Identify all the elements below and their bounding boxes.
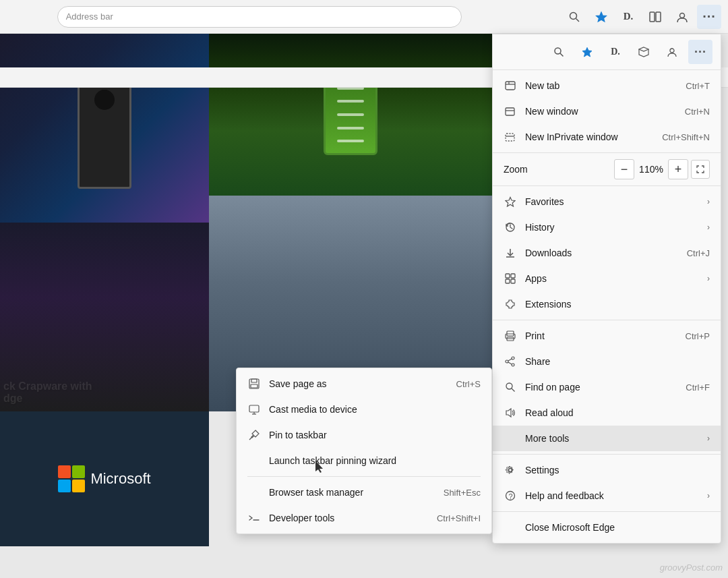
help-arrow: › <box>707 491 710 500</box>
search-icon-btn[interactable] <box>562 5 586 29</box>
history-arrow: › <box>707 223 710 232</box>
submenu-item-cast[interactable]: Cast media to device <box>237 397 491 422</box>
svg-marker-9 <box>639 47 648 51</box>
menu-item-share[interactable]: Share <box>493 349 721 374</box>
divider-5 <box>493 511 721 512</box>
submenu-item-wizard[interactable]: Launch taskbar pinning wizard <box>237 448 491 473</box>
new-window-shortcut: Ctrl+N <box>685 107 710 117</box>
svg-point-31 <box>506 360 508 363</box>
collections-btn[interactable]: D. <box>616 5 640 29</box>
split-screen-btn[interactable] <box>643 5 667 29</box>
article-image-1 <box>0 34 209 223</box>
menu-item-new-tab[interactable]: New tab Ctrl+T <box>493 73 721 98</box>
svg-point-37 <box>509 469 512 472</box>
inprivate-label: New InPrivate window <box>525 132 662 142</box>
menu-collections-btn[interactable]: D. <box>603 40 628 64</box>
print-label: Print <box>525 330 686 341</box>
inprivate-icon <box>504 130 517 144</box>
settings-label: Settings <box>525 465 710 475</box>
save-page-shortcut: Ctrl+S <box>456 379 481 389</box>
find-icon <box>504 380 517 394</box>
pin-taskbar-label: Pin to taskbar <box>269 430 481 440</box>
svg-rect-24 <box>506 279 510 283</box>
menu-item-history[interactable]: History › <box>493 214 721 240</box>
help-icon: ? <box>504 489 517 502</box>
menu-item-more-tools[interactable]: More tools › <box>493 426 721 451</box>
cast-label: Cast media to device <box>269 404 481 415</box>
pin-taskbar-icon <box>247 428 261 442</box>
task-manager-label: Browser task manager <box>269 487 444 498</box>
menu-item-downloads[interactable]: Downloads Ctrl+J <box>493 240 721 266</box>
more-menu-btn[interactable]: ··· <box>697 5 721 29</box>
svg-rect-23 <box>511 274 515 278</box>
submenu-item-task-manager[interactable]: Browser task manager Shift+Esc <box>237 480 491 505</box>
more-tools-arrow: › <box>707 434 710 443</box>
favorites-star-btn[interactable] <box>589 5 613 29</box>
svg-rect-43 <box>249 405 259 412</box>
menu-item-help[interactable]: ? Help and feedback › <box>493 483 721 509</box>
inprivate-shortcut: Ctrl+Shift+N <box>662 132 710 142</box>
save-page-label: Save page as <box>269 378 456 389</box>
submenu-item-pin-taskbar[interactable]: Pin to taskbar <box>237 422 491 448</box>
menu-profile-btn[interactable] <box>660 40 684 64</box>
menu-item-new-window[interactable]: New window Ctrl+N <box>493 98 721 124</box>
menu-more-btn[interactable]: ··· <box>688 40 712 64</box>
article-image-3: ck Crapware withdge <box>0 223 209 411</box>
menu-search-btn[interactable] <box>547 40 571 64</box>
wizard-label: Launch taskbar pinning wizard <box>269 455 481 466</box>
svg-marker-18 <box>506 198 515 207</box>
svg-line-7 <box>560 53 564 57</box>
submenu-item-devtools[interactable]: Developer tools Ctrl+Shift+I <box>237 505 491 531</box>
svg-point-6 <box>555 48 561 54</box>
menu-item-extensions[interactable]: Extensions <box>493 291 721 317</box>
zoom-label: Zoom <box>504 164 614 175</box>
submenu-item-save-page[interactable]: Save page as Ctrl+S <box>237 371 491 397</box>
new-window-icon <box>504 105 517 118</box>
favorites-icon <box>504 195 517 208</box>
menu-reading-btn[interactable] <box>632 40 656 64</box>
svg-rect-14 <box>506 108 514 115</box>
svg-line-35 <box>512 388 515 392</box>
menu-item-apps[interactable]: Apps › <box>493 266 721 291</box>
menu-item-settings[interactable]: Settings <box>493 457 721 483</box>
watermark: groovyPost.com <box>660 562 723 573</box>
print-icon <box>504 329 517 343</box>
zoom-decrease-btn[interactable]: − <box>614 159 634 179</box>
menu-item-close-edge[interactable]: Close Microsoft Edge <box>493 515 721 540</box>
zoom-fullscreen-btn[interactable] <box>691 160 710 179</box>
find-label: Find on page <box>525 382 686 393</box>
settings-icon <box>504 463 517 477</box>
extensions-icon <box>504 297 517 311</box>
svg-rect-16 <box>506 134 514 141</box>
svg-marker-8 <box>582 48 592 57</box>
print-shortcut: Ctrl+P <box>686 331 710 341</box>
apps-arrow: › <box>707 274 710 283</box>
devtools-label: Developer tools <box>269 513 437 523</box>
menu-item-read-aloud[interactable]: Read aloud <box>493 400 721 426</box>
menu-item-favorites[interactable]: Favorites › <box>493 189 721 214</box>
address-input[interactable]: Address bar <box>57 6 462 28</box>
svg-line-1 <box>576 18 579 22</box>
favorites-label: Favorites <box>525 196 702 207</box>
close-edge-label: Close Microsoft Edge <box>525 522 710 533</box>
read-aloud-label: Read aloud <box>525 407 710 418</box>
downloads-label: Downloads <box>525 248 687 258</box>
menu-item-inprivate[interactable]: New InPrivate window Ctrl+Shift+N <box>493 124 721 150</box>
menu-item-print[interactable]: Print Ctrl+P <box>493 323 721 349</box>
profile-btn[interactable] <box>670 5 694 29</box>
svg-point-0 <box>570 12 576 19</box>
zoom-value: 110% <box>634 164 668 175</box>
divider-3 <box>493 320 721 320</box>
main-menu: D. ··· New tab Ctrl+T New window Ctrl+N <box>492 34 721 544</box>
menu-item-find[interactable]: Find on page Ctrl+F <box>493 374 721 400</box>
svg-line-32 <box>508 359 512 361</box>
downloads-icon <box>504 246 517 260</box>
menu-favorites-btn[interactable] <box>575 40 599 64</box>
zoom-increase-btn[interactable]: + <box>668 159 688 179</box>
svg-point-29 <box>512 357 514 359</box>
svg-point-10 <box>670 49 674 53</box>
svg-rect-25 <box>511 279 515 283</box>
svg-rect-22 <box>506 274 510 278</box>
menu-toolbar-icons: D. ··· <box>493 34 721 70</box>
new-tab-label: New tab <box>525 80 686 91</box>
